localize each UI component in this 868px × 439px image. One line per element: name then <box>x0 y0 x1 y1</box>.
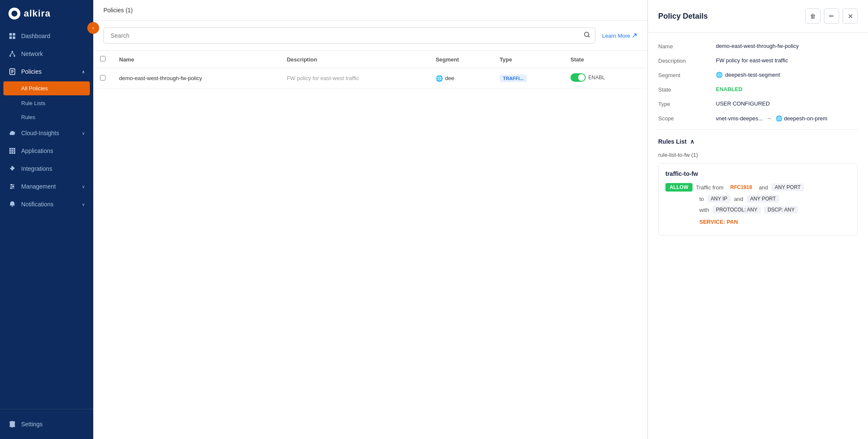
sidebar-item-dashboard[interactable]: Dashboard <box>0 27 93 45</box>
sidebar-item-integrations[interactable]: Integrations <box>0 160 93 178</box>
bell-icon <box>8 200 16 208</box>
sidebar-subitem-label: Rules <box>21 114 35 120</box>
sidebar-item-label: Network <box>21 50 43 57</box>
rule-line-1: ALLOW Traffic from RFC1918 and ANY PORT <box>665 183 851 192</box>
close-button[interactable]: ✕ <box>843 8 858 24</box>
scope-arrow-icon: → <box>766 115 772 122</box>
rfc1918-chip[interactable]: RFC1918 <box>727 183 755 191</box>
toggle-track[interactable] <box>570 73 586 82</box>
scope-source: vnet-vms-deepes... <box>716 115 763 122</box>
any-port-chip-1: ANY PORT <box>771 183 804 191</box>
any-ip-chip: ANY IP <box>707 195 731 203</box>
sidebar-item-label: Settings <box>21 421 43 428</box>
col-segment: Segment <box>429 51 493 68</box>
scope-dest-name: deepesh-on-prem <box>784 115 828 122</box>
detail-segment-value: 🌐 deepesh-test-segment <box>716 72 858 78</box>
sidebar-item-settings[interactable]: Settings <box>8 416 85 432</box>
rule-card: traffic-to-fw ALLOW Traffic from RFC1918… <box>658 163 858 236</box>
toggle-thumb <box>578 74 585 81</box>
learn-more-link[interactable]: Learn More <box>602 33 637 39</box>
svg-point-6 <box>14 55 15 57</box>
scope-row: vnet-vms-deepes... → 🌐 deepesh-on-prem <box>716 115 858 122</box>
edit-button[interactable]: ✏ <box>824 8 839 24</box>
detail-name-row: Name demo-east-west-through-fw-policy <box>658 43 858 50</box>
allow-badge: ALLOW <box>665 183 693 192</box>
svg-rect-20 <box>11 152 13 154</box>
table-row[interactable]: demo-east-west-through-fw-policy FW poli… <box>93 68 647 89</box>
svg-rect-15 <box>14 148 15 150</box>
sidebar-item-cloud-insights[interactable]: Cloud-Insights ∨ <box>0 124 93 142</box>
sidebar-subitem-rules[interactable]: Rules <box>0 110 93 124</box>
svg-point-25 <box>11 184 12 186</box>
policies-table: Name Description Segment Type State <box>93 51 647 89</box>
document-icon <box>8 68 16 75</box>
rules-list-header[interactable]: Rules List ∧ <box>658 138 858 145</box>
sidebar-item-network[interactable]: Network <box>0 45 93 63</box>
svg-rect-13 <box>9 148 11 150</box>
details-actions: 🗑 ✏ ✕ <box>805 8 858 24</box>
sidebar-item-label: Notifications <box>21 201 53 208</box>
delete-button[interactable]: 🗑 <box>805 8 821 24</box>
policies-table-container: Name Description Segment Type State <box>93 51 647 439</box>
detail-state-row: State ENABLED <box>658 86 858 93</box>
svg-point-5 <box>9 55 11 57</box>
select-all-checkbox[interactable] <box>100 56 106 61</box>
svg-rect-18 <box>14 150 15 152</box>
svg-rect-2 <box>9 36 12 39</box>
edit-icon: ✏ <box>829 13 834 19</box>
sliders-icon <box>8 183 16 190</box>
with-text: with <box>699 207 709 213</box>
svg-rect-3 <box>13 36 15 39</box>
details-header: Policy Details 🗑 ✏ ✕ <box>648 0 868 33</box>
detail-name-value: demo-east-west-through-fw-policy <box>716 43 858 49</box>
row-checkbox[interactable] <box>100 75 106 81</box>
col-type: Type <box>493 51 564 68</box>
collapse-sidebar-button[interactable]: ‹ <box>87 22 99 34</box>
sidebar-subitem-label: Rule Lists <box>21 100 45 106</box>
sidebar-item-label: Integrations <box>21 165 52 172</box>
sidebar-item-applications[interactable]: Applications <box>0 142 93 160</box>
sidebar-item-label: Applications <box>21 147 53 154</box>
policies-panel: Policies (1) Learn More <box>93 0 648 439</box>
dscp-chip: DSCP: ANY <box>764 206 798 214</box>
detail-state-value: ENABLED <box>716 86 858 92</box>
chevron-up-icon: ∧ <box>82 69 85 74</box>
detail-description-label: Description <box>658 57 709 64</box>
protocol-chip: PROTOCOL: ANY <box>712 206 761 214</box>
search-input[interactable] <box>103 28 595 44</box>
svg-rect-0 <box>9 33 12 36</box>
sidebar-bottom: Settings <box>0 409 93 439</box>
segment-globe-icon: 🌐 <box>436 75 443 82</box>
rule-card-title: traffic-to-fw <box>665 170 851 177</box>
policy-name: demo-east-west-through-fw-policy <box>119 75 202 81</box>
sidebar-item-label: Policies <box>21 68 42 75</box>
service-pan-link[interactable]: SERVICE: PAN <box>699 219 738 225</box>
gear-icon <box>8 420 16 428</box>
sidebar-subitem-all-policies[interactable]: All Policies <box>3 81 90 95</box>
svg-point-26 <box>13 186 14 187</box>
segment-globe-icon: 🌐 <box>716 72 723 78</box>
detail-state-label: State <box>658 86 709 93</box>
detail-description-value: FW policy for east-west traffic <box>716 57 858 64</box>
sidebar-item-policies[interactable]: Policies ∧ <box>0 63 93 81</box>
svg-line-7 <box>10 53 12 55</box>
and-text-1: and <box>759 184 768 191</box>
rule-line-3: with PROTOCOL: ANY DSCP: ANY <box>665 206 851 214</box>
chevron-down-icon: ∨ <box>82 202 85 207</box>
sidebar-item-management[interactable]: Management ∨ <box>0 178 93 195</box>
logo: alkira <box>0 0 93 27</box>
svg-point-27 <box>11 188 12 189</box>
sidebar-item-label: Management <box>21 183 56 190</box>
detail-segment-label: Segment <box>658 72 709 78</box>
search-button[interactable] <box>584 31 590 40</box>
detail-segment-row: Segment 🌐 deepesh-test-segment <box>658 72 858 78</box>
policies-header: Policies (1) <box>93 0 647 21</box>
sidebar-subitem-rule-lists[interactable]: Rule Lists <box>0 96 93 110</box>
sidebar-item-notifications[interactable]: Notifications ∨ <box>0 195 93 213</box>
traffic-text: Traffic from <box>696 184 723 191</box>
sidebar-item-label: Dashboard <box>21 33 50 39</box>
policy-state-toggle[interactable]: ENABL <box>570 73 605 82</box>
chevron-up-icon: ∧ <box>690 138 694 145</box>
segment-name: deepesh-test-segment <box>725 72 780 78</box>
svg-rect-16 <box>9 150 11 152</box>
